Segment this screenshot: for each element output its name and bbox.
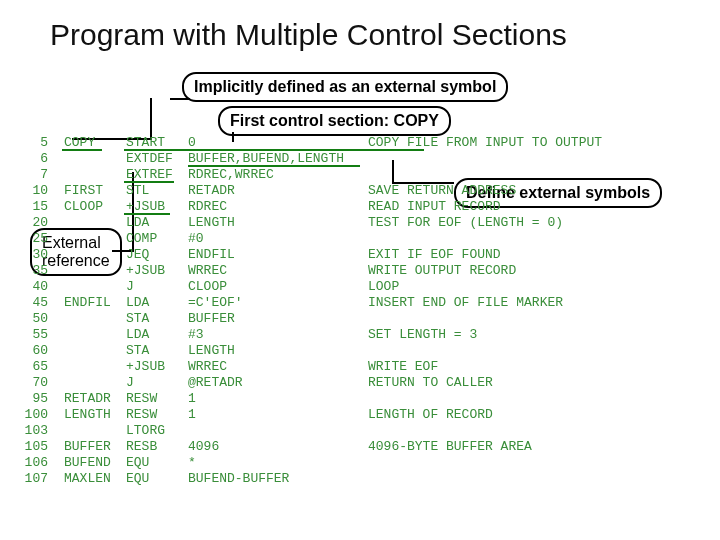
comment-col: COPY FILE FROM INPUT TO OUTPUT xyxy=(368,135,688,151)
code-row: 25COMP#0 xyxy=(14,231,710,247)
operand-col: * xyxy=(188,455,368,471)
comment-col: INSERT END OF FILE MARKER xyxy=(368,295,688,311)
operand-col: 4096 xyxy=(188,439,368,455)
code-row: 35+JSUBWRRECWRITE OUTPUT RECORD xyxy=(14,263,710,279)
operand-col: BUFFER,BUFEND,LENGTH xyxy=(188,151,368,167)
opcode-col: EQU xyxy=(126,455,188,471)
comment-col: SET LENGTH = 3 xyxy=(368,327,688,343)
line-number: 25 xyxy=(14,231,48,247)
code-row: 15CLOOP+JSUBRDRECREAD INPUT RECORD xyxy=(14,199,710,215)
operand-col: 1 xyxy=(188,407,368,423)
label-col: LENGTH xyxy=(64,407,126,423)
opcode-col: +JSUB xyxy=(126,199,188,215)
code-row: 10FIRSTSTLRETADRSAVE RETURN ADDRESS xyxy=(14,183,710,199)
line-number: 55 xyxy=(14,327,48,343)
connector-line xyxy=(150,98,152,138)
line-number: 106 xyxy=(14,455,48,471)
opcode-col: COMP xyxy=(126,231,188,247)
opcode-col: LDA xyxy=(126,295,188,311)
opcode-col: RESB xyxy=(126,439,188,455)
operand-col: RETADR xyxy=(188,183,368,199)
comment-col: 4096-BYTE BUFFER AREA xyxy=(368,439,688,455)
callout-first-section: First control section: COPY xyxy=(218,106,451,136)
opcode-col: JEQ xyxy=(126,247,188,263)
operand-col: BUFEND-BUFFER xyxy=(188,471,368,487)
code-row: 105BUFFERRESB40964096-BYTE BUFFER AREA xyxy=(14,439,710,455)
code-row: 40JCLOOPLOOP xyxy=(14,279,710,295)
operand-col: RDREC,WRREC xyxy=(188,167,368,183)
comment-col: WRITE OUTPUT RECORD xyxy=(368,263,688,279)
code-row: 103LTORG xyxy=(14,423,710,439)
line-number: 45 xyxy=(14,295,48,311)
code-row: 55LDA#3SET LENGTH = 3 xyxy=(14,327,710,343)
line-number: 95 xyxy=(14,391,48,407)
opcode-col: +JSUB xyxy=(126,359,188,375)
operand-col: CLOOP xyxy=(188,279,368,295)
comment-col: LOOP xyxy=(368,279,688,295)
code-row: 20LDALENGTHTEST FOR EOF (LENGTH = 0) xyxy=(14,215,710,231)
comment-col: READ INPUT RECORD xyxy=(368,199,688,215)
line-number: 65 xyxy=(14,359,48,375)
page-title: Program with Multiple Control Sections xyxy=(50,18,690,52)
line-number: 20 xyxy=(14,215,48,231)
label-col: ENDFIL xyxy=(64,295,126,311)
opcode-col: RESW xyxy=(126,391,188,407)
opcode-col: LDA xyxy=(126,215,188,231)
line-number: 7 xyxy=(14,167,48,183)
opcode-col: +JSUB xyxy=(126,263,188,279)
line-number: 100 xyxy=(14,407,48,423)
line-number: 70 xyxy=(14,375,48,391)
callout-implicit-symbol: Implicitly defined as an external symbol xyxy=(182,72,508,102)
label-col: FIRST xyxy=(64,183,126,199)
label-col: CLOOP xyxy=(64,199,126,215)
code-row: 50STABUFFER xyxy=(14,311,710,327)
code-row: 5COPYSTART0COPY FILE FROM INPUT TO OUTPU… xyxy=(14,135,710,151)
opcode-col: J xyxy=(126,375,188,391)
opcode-col: STL xyxy=(126,183,188,199)
line-number: 60 xyxy=(14,343,48,359)
label-col: BUFEND xyxy=(64,455,126,471)
operand-col: RDREC xyxy=(188,199,368,215)
code-row: 30JEQENDFILEXIT IF EOF FOUND xyxy=(14,247,710,263)
operand-col: LENGTH xyxy=(188,215,368,231)
operand-col: 0 xyxy=(188,135,368,151)
line-number: 15 xyxy=(14,199,48,215)
label-col: RETADR xyxy=(64,391,126,407)
code-row: 65+JSUBWRRECWRITE EOF xyxy=(14,359,710,375)
line-number: 40 xyxy=(14,279,48,295)
connector-line xyxy=(170,98,190,100)
opcode-col: STA xyxy=(126,343,188,359)
opcode-col: STA xyxy=(126,311,188,327)
code-row: 95RETADRRESW1 xyxy=(14,391,710,407)
line-number: 103 xyxy=(14,423,48,439)
label-col: COPY xyxy=(64,135,126,151)
comment-col: TEST FOR EOF (LENGTH = 0) xyxy=(368,215,688,231)
comment-col: WRITE EOF xyxy=(368,359,688,375)
comment-col: EXIT IF EOF FOUND xyxy=(368,247,688,263)
line-number: 107 xyxy=(14,471,48,487)
label-col: MAXLEN xyxy=(64,471,126,487)
label-col: BUFFER xyxy=(64,439,126,455)
operand-col: LENGTH xyxy=(188,343,368,359)
line-number: 50 xyxy=(14,311,48,327)
line-number: 6 xyxy=(14,151,48,167)
code-row: 6EXTDEFBUFFER,BUFEND,LENGTH xyxy=(14,151,710,167)
operand-col: WRREC xyxy=(188,359,368,375)
operand-col: #3 xyxy=(188,327,368,343)
code-row: 107MAXLENEQUBUFEND-BUFFER xyxy=(14,471,710,487)
line-number: 105 xyxy=(14,439,48,455)
code-row: 60STALENGTH xyxy=(14,343,710,359)
opcode-col: LTORG xyxy=(126,423,188,439)
opcode-col: EXTREF xyxy=(126,167,188,183)
operand-col: ENDFIL xyxy=(188,247,368,263)
line-number: 5 xyxy=(14,135,48,151)
operand-col: 1 xyxy=(188,391,368,407)
comment-col: SAVE RETURN ADDRESS xyxy=(368,183,688,199)
opcode-col: EXTDEF xyxy=(126,151,188,167)
opcode-col: LDA xyxy=(126,327,188,343)
line-number: 30 xyxy=(14,247,48,263)
opcode-col: EQU xyxy=(126,471,188,487)
line-number: 10 xyxy=(14,183,48,199)
comment-col: RETURN TO CALLER xyxy=(368,375,688,391)
comment-col: LENGTH OF RECORD xyxy=(368,407,688,423)
